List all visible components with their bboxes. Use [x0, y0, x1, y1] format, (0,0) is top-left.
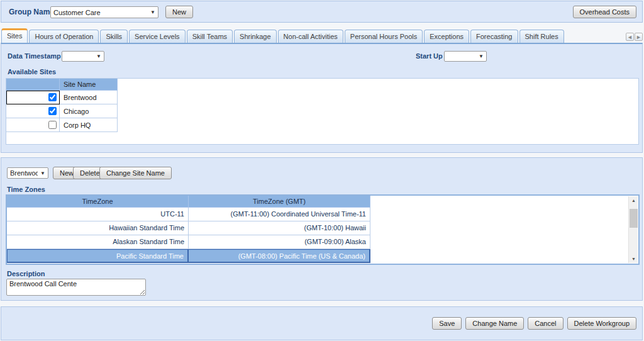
tab-sites[interactable]: Sites: [1, 28, 28, 43]
tab-personal-hours-pools[interactable]: Personal Hours Pools: [345, 30, 423, 43]
time-zones-body: UTC-11(GMT-11:00) Coordinated Universal …: [7, 208, 638, 263]
available-sites-table: Site Name BrentwoodChicagoCorp HQ: [6, 79, 118, 132]
description-textarea[interactable]: Brentwood Call Cente: [6, 279, 146, 296]
site-name-cell: Brentwood: [60, 91, 118, 104]
time-zones-table: TimeZone TimeZone (GMT) UTC-11(GMT-11:00…: [7, 196, 638, 263]
tab-skills[interactable]: Skills: [100, 30, 128, 43]
group-name-label: Group Name: [9, 8, 54, 16]
timezone-gmt-column-header: TimeZone (GMT): [189, 196, 370, 208]
tab-service-levels[interactable]: Service Levels: [129, 30, 186, 43]
tab-exceptions[interactable]: Exceptions: [424, 30, 469, 43]
scrollbar-thumb[interactable]: [630, 209, 638, 228]
available-sites-body: BrentwoodChicagoCorp HQ: [6, 91, 118, 132]
cancel-button[interactable]: Cancel: [528, 317, 563, 330]
site-row: Corp HQ: [6, 118, 118, 132]
time-zones-box: TimeZone TimeZone (GMT) UTC-11(GMT-11:00…: [6, 194, 640, 265]
chevron-down-icon: ▼: [96, 53, 101, 59]
group-header-panel: Group Name Customer Care ▼ New Overhead …: [1, 1, 643, 23]
time-zones-header-row: TimeZone TimeZone (GMT): [7, 196, 638, 208]
site-checkbox[interactable]: [48, 121, 57, 129]
timezone-gmt-cell: (GMT-09:00) Alaska: [189, 235, 370, 249]
chevron-down-icon: ▼: [150, 9, 155, 15]
timezone-name-cell: UTC-11: [7, 208, 189, 221]
tab-skill-teams[interactable]: Skill Teams: [187, 30, 233, 43]
site-row: Chicago: [6, 104, 118, 118]
change-name-button[interactable]: Change Name: [465, 317, 524, 330]
timezone-name-cell: Alaskan Standard Time: [7, 235, 189, 249]
timezone-name-cell: Hawaiian Standard Time: [7, 221, 189, 235]
timezone-gmt-cell: (GMT-10:00) Hawaii: [189, 221, 370, 235]
tab-forecasting[interactable]: Forecasting: [470, 30, 518, 43]
chevron-down-icon: ▼: [479, 53, 484, 59]
new-group-button[interactable]: New: [165, 6, 193, 18]
overhead-costs-button[interactable]: Overhead Costs: [573, 6, 636, 18]
site-checkbox-cell[interactable]: [6, 104, 60, 118]
site-name-cell: Chicago: [60, 104, 118, 118]
change-site-name-button[interactable]: Change Site Name: [99, 167, 172, 179]
footer-buttons: Save Change Name Cancel Delete Workgroup: [432, 317, 636, 330]
data-timestamp-label: Data Timestamp: [8, 52, 61, 60]
timezone-gmt-cell: (GMT-11:00) Coordinated Universal Time-1…: [189, 208, 370, 221]
site-checkbox-cell[interactable]: [6, 91, 60, 104]
description-label: Description: [7, 270, 45, 277]
data-timestamp-select[interactable]: ▼: [62, 51, 104, 62]
site-checkbox[interactable]: [48, 93, 57, 101]
time-zones-scrollbar[interactable]: ▲ ▼: [628, 196, 638, 263]
site-select[interactable]: Brentwood ▼: [7, 167, 48, 179]
delete-workgroup-button[interactable]: Delete Workgroup: [567, 317, 636, 330]
scroll-down-icon[interactable]: ▼: [630, 255, 638, 263]
start-up-select[interactable]: ▼: [444, 51, 487, 62]
checkbox-column-header: [6, 79, 60, 91]
tab-non-call-activities[interactable]: Non-call Activities: [278, 30, 343, 43]
footer-panel: Save Change Name Cancel Delete Workgroup: [1, 306, 643, 340]
tab-shrinkage[interactable]: Shrinkage: [234, 30, 277, 43]
scroll-up-icon[interactable]: ▲: [630, 196, 638, 204]
site-name-cell: Corp HQ: [60, 118, 118, 132]
sites-panel: Data Timestamp ▼ Start Up ▼ Available Si…: [1, 43, 643, 153]
tab-scroll-controls: ◄ ►: [626, 33, 643, 41]
start-up-label: Start Up: [416, 52, 443, 60]
group-name-select[interactable]: Customer Care ▼: [50, 6, 158, 18]
site-checkbox-cell[interactable]: [6, 118, 60, 132]
available-sites-box: Site Name BrentwoodChicagoCorp HQ: [6, 78, 639, 145]
group-name-value: Customer Care: [53, 9, 101, 16]
timezone-gmt-cell: (GMT-08:00) Pacific Time (US & Canada): [189, 249, 370, 263]
timezone-name-cell: Pacific Standard Time: [7, 249, 189, 263]
site-checkbox[interactable]: [48, 107, 57, 115]
timezone-row[interactable]: Alaskan Standard Time(GMT-09:00) Alaska: [7, 235, 638, 249]
tab-hours-of-operation[interactable]: Hours of Operation: [29, 30, 99, 43]
timezone-row[interactable]: Hawaiian Standard Time(GMT-10:00) Hawaii: [7, 221, 638, 235]
tab-shift-rules[interactable]: Shift Rules: [519, 30, 564, 43]
time-zones-label: Time Zones: [7, 186, 45, 193]
timezone-column-header: TimeZone: [7, 196, 189, 208]
available-sites-label: Available Sites: [8, 68, 56, 75]
save-button[interactable]: Save: [432, 317, 462, 330]
site-name-column-header: Site Name: [60, 79, 118, 91]
chevron-down-icon: ▼: [40, 170, 45, 176]
site-detail-panel: Brentwood ▼ New Delete Change Site Name …: [1, 157, 643, 301]
timezone-row[interactable]: Pacific Standard Time(GMT-08:00) Pacific…: [7, 249, 638, 263]
timezone-row[interactable]: UTC-11(GMT-11:00) Coordinated Universal …: [7, 208, 638, 221]
site-row: Brentwood: [6, 91, 118, 104]
tab-scroll-left-button[interactable]: ◄: [626, 33, 634, 41]
tab-bar: SitesHours of OperationSkillsService Lev…: [1, 29, 565, 43]
tab-scroll-right-button[interactable]: ►: [635, 33, 643, 41]
available-sites-header-row: Site Name: [6, 79, 118, 91]
